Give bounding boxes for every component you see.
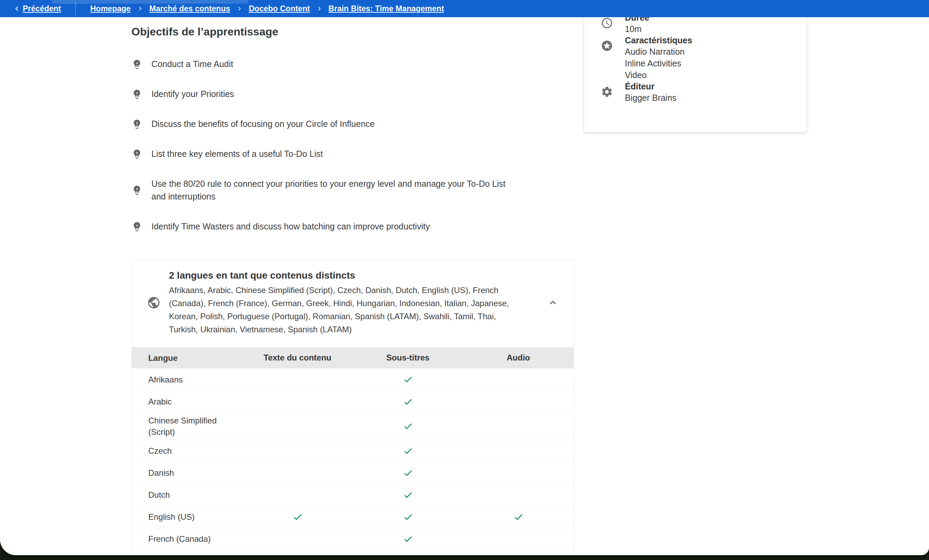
breadcrumb: HomepageMarché des contenusDocebo Conten… xyxy=(90,4,444,14)
check-icon xyxy=(403,534,413,544)
course-info-card: Durée 10m Caractéristiques Audio Narrati… xyxy=(584,0,807,132)
features-label: Caractéristiques xyxy=(625,35,692,46)
lightbulb-icon xyxy=(132,59,143,70)
languages-card: 2 langues en tant que contenus distincts… xyxy=(132,259,574,555)
breadcrumb-link[interactable]: Homepage xyxy=(90,4,131,14)
features-values: Audio NarrationInline ActivitiesVideo xyxy=(625,46,692,81)
lightbulb-icon xyxy=(132,119,143,130)
table-row: Czech xyxy=(132,440,573,462)
feature-value: Audio Narration xyxy=(625,46,692,57)
check-icon xyxy=(403,396,413,407)
lightbulb-icon xyxy=(132,221,143,232)
objective-item: List three key elements of a useful To-D… xyxy=(132,148,586,160)
chevron-right-icon xyxy=(236,5,243,12)
subtitles-cell xyxy=(353,446,463,456)
chevron-left-icon xyxy=(12,4,21,13)
breadcrumb-link[interactable]: Docebo Content xyxy=(249,4,310,14)
language-name: Arabic xyxy=(132,396,242,407)
publisher-value: Bigger Brains xyxy=(625,92,676,104)
subtitles-cell xyxy=(353,490,463,500)
check-icon xyxy=(403,512,413,522)
duration-value: 10m xyxy=(625,23,649,35)
objective-text: Conduct a Time Audit xyxy=(152,58,233,70)
gear-icon xyxy=(601,86,613,98)
back-link[interactable]: Précédent xyxy=(12,4,61,14)
objective-item: Discuss the benefits of focusing on your… xyxy=(132,118,586,130)
toolbar-highlight-decoration xyxy=(52,0,248,4)
subtitles-cell xyxy=(353,512,463,522)
objective-text: Use the 80/20 rule to connect your prior… xyxy=(152,177,509,203)
objective-text: Discuss the benefits of focusing on your… xyxy=(152,118,375,130)
chevron-up-icon xyxy=(547,297,559,309)
lightbulb-icon xyxy=(132,148,143,160)
audio-cell xyxy=(463,512,573,522)
objective-item: Use the 80/20 rule to connect your prior… xyxy=(132,177,586,203)
subtitles-cell xyxy=(353,534,463,544)
subtitles-cell xyxy=(353,396,463,407)
language-name: Czech xyxy=(132,445,242,456)
lightbulb-icon xyxy=(132,89,143,100)
publisher-label: Éditeur xyxy=(625,81,676,92)
breadcrumb-bar: Précédent HomepageMarché des contenusDoc… xyxy=(0,0,929,17)
language-name: Afrikaans xyxy=(132,374,242,385)
feature-value: Video xyxy=(625,69,692,81)
content-text-cell xyxy=(242,512,353,522)
objective-item: Identify Time Wasters and discuss how ba… xyxy=(132,220,586,233)
language-name: Danish xyxy=(132,467,242,479)
table-row: Danish xyxy=(132,462,573,483)
objective-item: Conduct a Time Audit xyxy=(132,58,586,70)
clock-icon xyxy=(601,17,613,29)
column-header: Texte du contenu xyxy=(242,353,353,363)
table-row: Afrikaans xyxy=(132,369,573,390)
column-header: Langue xyxy=(132,352,242,364)
languages-title: 2 langues en tant que contenus distincts xyxy=(169,269,523,282)
subtitles-cell xyxy=(353,374,463,384)
check-icon xyxy=(403,446,413,456)
column-header: Sous-titres xyxy=(353,353,463,363)
chevron-right-icon xyxy=(316,5,323,12)
features-row: Caractéristiques Audio NarrationInline A… xyxy=(601,35,796,81)
objective-item: Identify your Priorities xyxy=(132,88,586,101)
language-name: English (US) xyxy=(132,511,242,523)
languages-description: Afrikaans, Arabic, Chinese Simplified (S… xyxy=(169,284,523,336)
breadcrumb-link[interactable]: Marché des contenus xyxy=(149,4,230,14)
learning-objectives-section: Objectifs de l’apprentissage Conduct a T… xyxy=(132,20,586,233)
check-icon xyxy=(403,468,413,478)
language-name: Dutch xyxy=(132,489,242,500)
objective-text: List three key elements of a useful To-D… xyxy=(152,148,323,160)
check-icon xyxy=(403,374,413,384)
table-row: English (US) xyxy=(132,506,573,528)
globe-icon xyxy=(147,296,161,309)
star-circle-icon xyxy=(601,40,613,52)
table-row: Dutch xyxy=(132,483,573,506)
languages-header: 2 langues en tant que contenus distincts… xyxy=(132,260,573,347)
check-icon xyxy=(514,512,524,522)
objective-text: Identify Time Wasters and discuss how ba… xyxy=(152,220,430,233)
check-icon xyxy=(403,421,413,431)
lightbulb-icon xyxy=(132,185,143,196)
collapse-section-button[interactable] xyxy=(546,296,560,309)
check-icon xyxy=(293,512,303,522)
objective-text: Identify your Priorities xyxy=(152,88,234,101)
objectives-list: Conduct a Time AuditIdentify your Priori… xyxy=(132,58,586,233)
column-header: Audio xyxy=(463,353,573,363)
language-table-body: AfrikaansArabicChinese Simplified (Scrip… xyxy=(132,369,573,555)
chevron-right-icon xyxy=(136,5,144,12)
breadcrumb-link[interactable]: Brain Bites: Time Management xyxy=(329,4,444,14)
breadcrumb-divider xyxy=(75,2,76,15)
breadcrumb-separator xyxy=(236,5,243,12)
table-row: French (France) xyxy=(132,550,573,555)
back-label: Précédent xyxy=(23,4,61,14)
page-title: Objectifs de l’apprentissage xyxy=(132,25,586,38)
language-table-header: LangueTexte du contenuSous-titresAudio xyxy=(132,347,573,369)
language-name: Chinese Simplified (Script) xyxy=(132,415,242,438)
browser-page: Précédent HomepageMarché des contenusDoc… xyxy=(0,0,929,555)
publisher-row: Éditeur Bigger Brains xyxy=(601,81,796,104)
language-name: French (Canada) xyxy=(132,533,242,545)
subtitles-cell xyxy=(353,468,463,478)
breadcrumb-separator xyxy=(136,5,144,12)
table-row: French (Canada) xyxy=(132,528,573,550)
table-row: Chinese Simplified (Script) xyxy=(132,412,573,440)
breadcrumb-separator xyxy=(316,5,323,12)
feature-value: Inline Activities xyxy=(625,57,692,69)
